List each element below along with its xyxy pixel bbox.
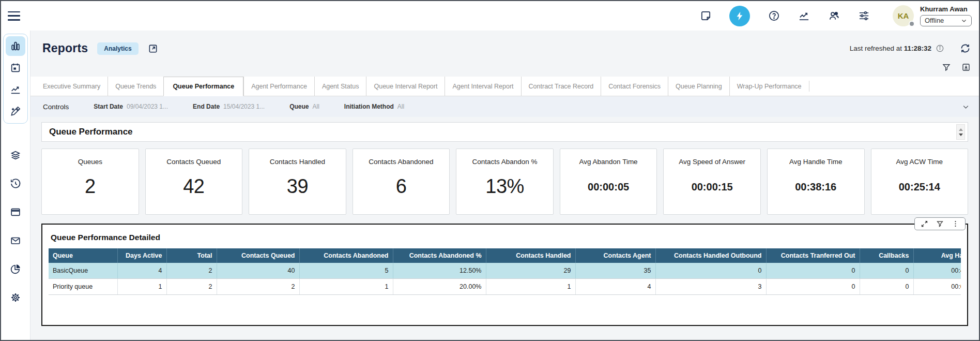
cell: 4 <box>117 263 166 279</box>
app-window: KA Khurram Awan Offline <box>0 0 980 341</box>
tab-agent-performance[interactable]: Agent Performance <box>243 77 314 96</box>
control-queue[interactable]: Queue All <box>289 103 319 110</box>
column-header[interactable]: Days Active <box>117 248 166 263</box>
sidebar-item-mail[interactable] <box>6 231 25 250</box>
cell: 00:01:19 <box>913 279 961 295</box>
sidebar-item-metrics[interactable] <box>6 80 25 99</box>
bar-chart-icon <box>10 40 21 52</box>
column-header[interactable]: Avg Handl.. <box>913 248 961 263</box>
sidebar-item-window[interactable] <box>6 202 25 222</box>
cell: 0 <box>655 263 766 279</box>
kpi-label: Contacts Queued <box>166 158 221 166</box>
help-icon[interactable] <box>768 10 780 22</box>
sidebar-item-reports[interactable] <box>6 36 25 56</box>
mail-icon <box>10 235 21 246</box>
cell: 00:42:22 <box>913 263 961 279</box>
flash-icon[interactable] <box>729 6 750 26</box>
sidebar-item-analytics[interactable] <box>6 259 25 279</box>
column-header[interactable]: Queue <box>49 248 117 263</box>
tab-contract-trace-record[interactable]: Contract Trace Record <box>521 77 601 96</box>
pie-chart-icon <box>10 263 21 275</box>
sidebar-item-calendar[interactable] <box>6 58 25 78</box>
tab-queue-trends[interactable]: Queue Trends <box>108 77 163 96</box>
stepper-up-icon[interactable] <box>959 128 963 131</box>
kpi-label: Avg Handle Time <box>789 158 843 166</box>
user-block: KA Khurram Awan Offline <box>893 5 972 26</box>
refresh-icon[interactable] <box>960 43 971 54</box>
cell: 3 <box>655 279 766 295</box>
tab-queue-interval-report[interactable]: Queue Interval Report <box>366 77 445 96</box>
control-start-date[interactable]: Start Date 09/04/2023 1... <box>94 103 168 110</box>
cell: 0 <box>860 263 913 279</box>
chevron-down-icon <box>961 18 967 24</box>
topbar-actions: KA Khurram Awan Offline <box>699 5 972 26</box>
stepper-down-icon[interactable] <box>959 134 963 136</box>
menu-icon[interactable] <box>8 11 20 21</box>
sidebar-item-history[interactable] <box>6 174 25 194</box>
column-header[interactable]: Contacts Agent <box>575 248 655 263</box>
kpi-value: 00:00:05 <box>588 181 629 193</box>
filter-icon[interactable] <box>936 220 944 228</box>
column-header[interactable]: Contacts Tranferred Out <box>766 248 860 263</box>
sidebar-item-design[interactable] <box>6 101 25 121</box>
section-title: Queue Performance <box>49 127 133 137</box>
kpi-value: 6 <box>396 175 407 198</box>
control-label: Initiation Method <box>344 103 394 110</box>
cell: 1 <box>486 279 575 295</box>
control-value: 09/04/2023 1... <box>127 103 168 110</box>
kpi-value: 42 <box>183 175 204 198</box>
cell: 29 <box>486 263 575 279</box>
metrics-icon[interactable] <box>798 10 810 22</box>
avatar-initials: KA <box>898 11 909 20</box>
avatar[interactable]: KA <box>893 5 914 26</box>
cell: 35 <box>575 263 655 279</box>
tab-agent-interval-report[interactable]: Agent Interval Report <box>445 77 520 96</box>
control-end-date[interactable]: End Date 15/04/2023 1... <box>193 103 265 110</box>
column-header[interactable]: Contacts Handled <box>486 248 575 263</box>
column-header[interactable]: Contacts Handled Outbound <box>655 248 766 263</box>
table-row[interactable]: BasicQueue 4 2 40 5 12.50% 29 35 0 <box>49 263 961 279</box>
status-select[interactable]: Offline <box>920 15 972 26</box>
status-value: Offline <box>925 17 944 24</box>
kebab-menu-icon[interactable] <box>952 220 959 228</box>
control-label: Start Date <box>94 103 123 110</box>
control-value: All <box>397 103 404 110</box>
table-toolbar <box>914 217 966 230</box>
column-header[interactable]: Contacts Queued <box>217 248 299 263</box>
column-header[interactable]: Contacts Abandoned % <box>393 248 486 263</box>
tab-agent-status[interactable]: Agent Status <box>314 77 366 96</box>
download-icon[interactable] <box>961 63 971 72</box>
expand-icon[interactable] <box>921 220 928 228</box>
tab-wrap-up-performance[interactable]: Wrap-Up Performance <box>729 77 809 96</box>
control-value: All <box>312 103 319 110</box>
tab-queue-planning[interactable]: Queue Planning <box>668 77 729 96</box>
column-header[interactable]: Contacts Abandoned <box>299 248 393 263</box>
sliders-icon[interactable] <box>858 10 870 22</box>
table-row[interactable]: Priority queue 1 2 2 1 20.00% 1 4 3 <box>49 279 961 295</box>
cell: 2 <box>166 279 217 295</box>
cell: 12.50% <box>393 263 486 279</box>
control-initiation-method[interactable]: Initiation Method All <box>344 103 404 110</box>
external-link-icon[interactable] <box>148 43 158 54</box>
controls-collapse-chevron-icon[interactable] <box>962 103 970 111</box>
section-stepper <box>956 124 965 140</box>
kpi-label: Avg Abandon Time <box>579 158 638 166</box>
tab-contact-forensics[interactable]: Contact Forensics <box>601 77 668 96</box>
kpi-value: 00:00:15 <box>692 181 733 193</box>
users-icon[interactable] <box>828 10 840 22</box>
kpi-label: Contacts Handled <box>270 158 325 166</box>
kpi-value: 00:25:14 <box>899 181 940 193</box>
main-content: Reports Analytics Last refreshed at 11:2… <box>30 31 979 340</box>
filter-icon[interactable] <box>942 63 951 72</box>
kpi-card-avg-acw-time: Avg ACW Time 00:25:14 <box>871 149 969 215</box>
note-icon[interactable] <box>699 10 712 22</box>
tab-queue-performance[interactable]: Queue Performance <box>163 77 243 96</box>
sidebar-item-settings[interactable] <box>6 288 25 307</box>
tab-executive-summary[interactable]: Executive Summary <box>36 77 108 96</box>
column-header[interactable]: Callbacks <box>860 248 913 263</box>
sidebar-item-layers[interactable] <box>6 145 25 165</box>
column-header[interactable]: Total <box>166 248 217 263</box>
queue-performance-detailed-panel: Queue Performance Detailed Queue <box>41 224 968 326</box>
info-icon[interactable] <box>936 44 944 53</box>
user-name: Khurram Awan <box>920 5 972 13</box>
